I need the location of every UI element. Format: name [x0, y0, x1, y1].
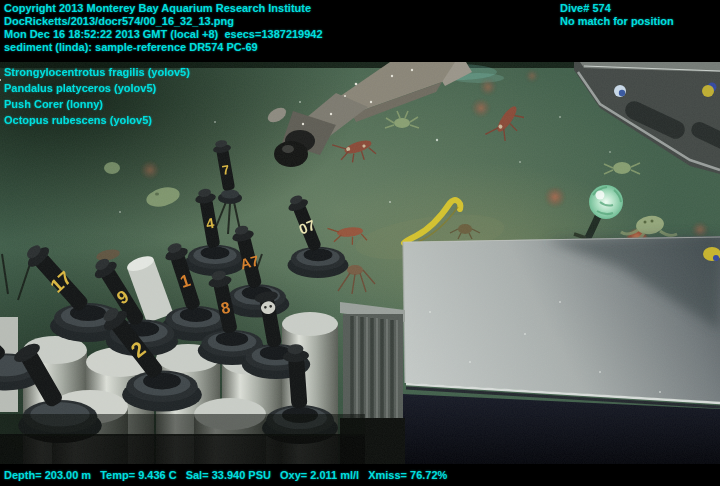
sample-line: sediment (linda): sample-reference DR574…	[4, 41, 323, 54]
dive-number: Dive# 574	[560, 2, 674, 15]
position-status: No match for position	[560, 15, 674, 28]
salinity-readout: Sal= 33.940 PSU	[186, 469, 271, 482]
rov-camera-view: Strongylocentrotus fragilis (yolov5) Pan…	[0, 62, 720, 464]
annotation-urchin: Strongylocentrotus fragilis (yolov5)	[4, 64, 190, 80]
annotation-pushcorer: Push Corer (lonny)	[4, 96, 190, 112]
depth-readout: Depth= 203.00 m	[4, 469, 91, 482]
filepath-line: DocRicketts/2013/docr574/00_16_32_13.png	[4, 15, 323, 28]
timestamp-line: Mon Dec 16 18:52:22 2013 GMT (local +8) …	[4, 28, 323, 41]
oxygen-readout: Oxy= 2.011 ml/l	[280, 469, 359, 482]
annotation-octopus: Octopus rubescens (yolov5)	[4, 112, 190, 128]
copyright-line: Copyright 2013 Monterey Bay Aquarium Res…	[4, 2, 323, 15]
transmissivity-readout: Xmiss= 76.72%	[368, 469, 447, 482]
top-overlay-bar: Copyright 2013 Monterey Bay Aquarium Res…	[0, 0, 720, 62]
bottom-telemetry-bar: Depth= 203.00 m Temp= 9.436 C Sal= 33.94…	[0, 464, 720, 486]
temp-readout: Temp= 9.436 C	[100, 469, 177, 482]
detection-annotations: Strongylocentrotus fragilis (yolov5) Pan…	[4, 64, 190, 128]
video-overlay-screen: Copyright 2013 Monterey Bay Aquarium Res…	[0, 0, 720, 486]
annotation-prawn: Pandalus platyceros (yolov5)	[4, 80, 190, 96]
